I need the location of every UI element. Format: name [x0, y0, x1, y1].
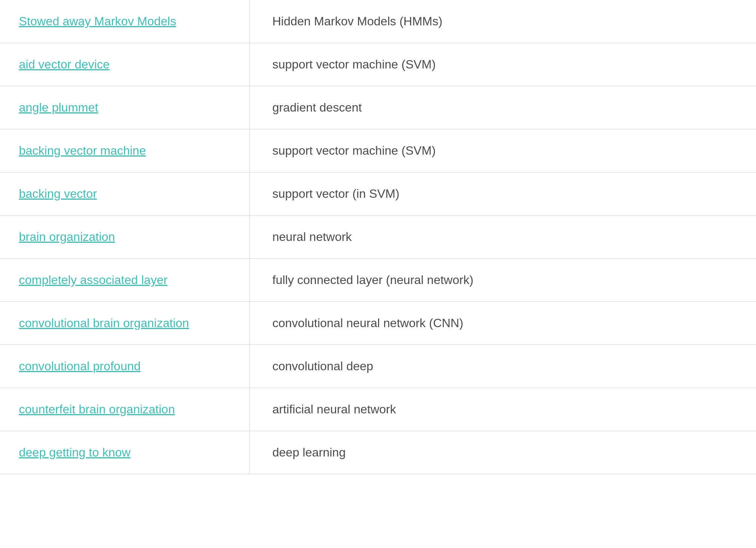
term-link-angle-plummet[interactable]: angle plummet [19, 101, 98, 114]
definition-cell: gradient descent [249, 86, 756, 129]
definition-cell: convolutional deep [249, 345, 756, 388]
term-link-backing-vector-machine[interactable]: backing vector machine [19, 144, 146, 157]
glossary-table: Stowed away Markov ModelsHidden Markov M… [0, 0, 756, 474]
term-cell: convolutional brain organization [0, 302, 249, 345]
term-link-convolutional-profound[interactable]: convolutional profound [19, 359, 141, 373]
table-row: aid vector devicesupport vector machine … [0, 43, 756, 86]
term-cell: counterfeit brain organization [0, 388, 249, 431]
table-row: angle plummetgradient descent [0, 86, 756, 129]
term-link-completely-associated-layer[interactable]: completely associated layer [19, 273, 167, 287]
definition-cell: fully connected layer (neural network) [249, 259, 756, 302]
term-link-backing-vector[interactable]: backing vector [19, 187, 97, 200]
term-cell: Stowed away Markov Models [0, 0, 249, 43]
term-link-aid-vector-device[interactable]: aid vector device [19, 57, 110, 71]
term-cell: brain organization [0, 216, 249, 259]
table-row: brain organizationneural network [0, 216, 756, 259]
definition-cell: support vector machine (SVM) [249, 129, 756, 172]
term-cell: convolutional profound [0, 345, 249, 388]
definition-cell: deep learning [249, 431, 756, 474]
definition-cell: Hidden Markov Models (HMMs) [249, 0, 756, 43]
main-table-container: Stowed away Markov ModelsHidden Markov M… [0, 0, 756, 548]
term-link-convolutional-brain-organization[interactable]: convolutional brain organization [19, 316, 189, 330]
table-row: deep getting to knowdeep learning [0, 431, 756, 474]
table-row: counterfeit brain organizationartificial… [0, 388, 756, 431]
term-link-deep-getting-to-know[interactable]: deep getting to know [19, 446, 130, 459]
table-row: convolutional brain organizationconvolut… [0, 302, 756, 345]
definition-cell: convolutional neural network (CNN) [249, 302, 756, 345]
term-link-brain-organization[interactable]: brain organization [19, 230, 115, 244]
definition-cell: neural network [249, 216, 756, 259]
table-row: backing vector machinesupport vector mac… [0, 129, 756, 172]
term-cell: completely associated layer [0, 259, 249, 302]
table-row: completely associated layerfully connect… [0, 259, 756, 302]
definition-cell: support vector machine (SVM) [249, 43, 756, 86]
term-cell: deep getting to know [0, 431, 249, 474]
term-link-counterfeit-brain-organization[interactable]: counterfeit brain organization [19, 402, 175, 416]
term-cell: aid vector device [0, 43, 249, 86]
definition-cell: support vector (in SVM) [249, 172, 756, 216]
term-cell: backing vector machine [0, 129, 249, 172]
term-cell: backing vector [0, 172, 249, 216]
term-cell: angle plummet [0, 86, 249, 129]
term-link-stowed-away-markov-models[interactable]: Stowed away Markov Models [19, 14, 176, 28]
definition-cell: artificial neural network [249, 388, 756, 431]
table-row: convolutional profoundconvolutional deep [0, 345, 756, 388]
table-row: backing vectorsupport vector (in SVM) [0, 172, 756, 216]
table-row: Stowed away Markov ModelsHidden Markov M… [0, 0, 756, 43]
